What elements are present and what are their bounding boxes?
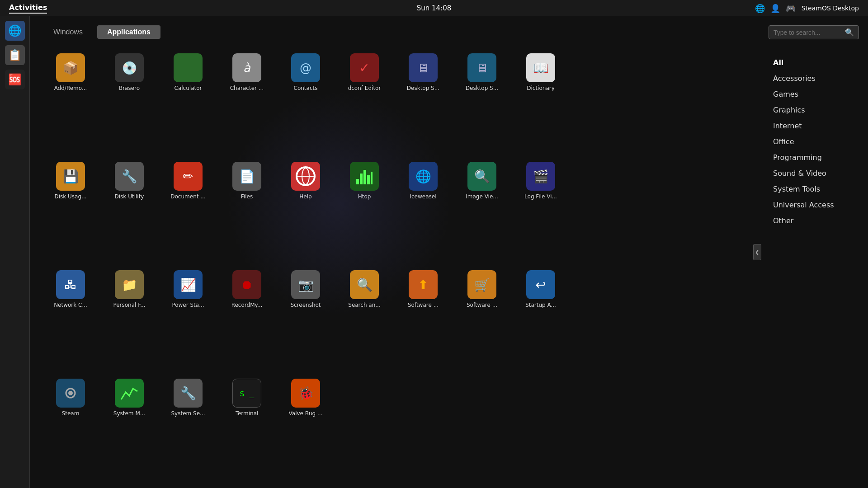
app-item-imageviewer[interactable]: 🔍Image Vie... [455, 158, 509, 262]
steamos-icon: 🎮 [786, 4, 795, 13]
app-label-personalf: Personal F... [113, 302, 145, 308]
category-item-system-tools[interactable]: System Tools [769, 182, 859, 196]
category-list: AllAccessoriesGamesGraphicsInternetOffic… [769, 56, 859, 228]
app-item-valvebug[interactable]: 🐞Valve Bug ... [278, 375, 333, 479]
app-item-software[interactable]: ⬆Software ... [396, 267, 450, 371]
app-item-systemm[interactable]: System M... [102, 375, 156, 479]
app-item-searchand[interactable]: 🔍Search an... [337, 267, 392, 371]
app-label-powersta: Power Sta... [172, 302, 204, 308]
category-item-games[interactable]: Games [769, 87, 859, 101]
app-item-files[interactable]: 📄Files [220, 158, 274, 262]
app-item-brasero[interactable]: 💿Brasero [102, 50, 156, 154]
app-item-document[interactable]: ✏Document ... [161, 158, 215, 262]
tab-bar: Windows Applications [43, 25, 746, 39]
app-icon-networkconfig: 🖧 [56, 270, 85, 299]
app-item-logfile[interactable]: 🎬Log File Vi... [514, 158, 568, 262]
app-icon-help [291, 162, 320, 191]
app-item-steam[interactable]: Steam [43, 375, 98, 479]
app-item-screenshot[interactable]: 📷Screenshot [278, 267, 333, 371]
app-item-diskutility[interactable]: 🔧Disk Utility [102, 158, 156, 262]
app-item-systemse[interactable]: 🔧System Se... [161, 375, 215, 479]
app-item-addremove[interactable]: 📦Add/Remo... [43, 50, 98, 154]
app-item-diskusage[interactable]: 💾Disk Usag... [43, 158, 98, 262]
app-item-startupa[interactable]: ↩Startup A... [514, 267, 568, 371]
app-item-help[interactable]: Help [278, 158, 333, 262]
app-label-help: Help [299, 193, 311, 200]
app-label-screenshot: Screenshot [290, 302, 321, 308]
app-label-calculator: Calculator [175, 85, 202, 91]
app-label-dictionary: Dictionary [527, 85, 555, 91]
network-status-icon: 🌐 [755, 4, 764, 13]
app-item-iceweasel[interactable]: 🌐Iceweasel [396, 158, 450, 262]
app-item-recordmy[interactable]: ⏺RecordMy... [220, 267, 274, 371]
app-label-terminal: Terminal [236, 410, 259, 417]
app-item-contacts[interactable]: @Contacts [278, 50, 333, 154]
app-label-searchand: Search an... [348, 302, 380, 308]
app-label-dconf: dconf Editor [348, 85, 381, 91]
app-icon-startupa: ↩ [526, 270, 555, 299]
app-item-networkconfig[interactable]: 🖧Network C... [43, 267, 98, 371]
app-icon-dictionary: 📖 [526, 53, 555, 82]
app-item-dictionary[interactable]: 📖Dictionary [514, 50, 568, 154]
app-label-document: Document ... [170, 193, 205, 200]
app-item-desktops[interactable]: 🖥Desktop S... [396, 50, 450, 154]
category-item-other[interactable]: Other [769, 214, 859, 228]
app-label-valvebug: Valve Bug ... [289, 410, 323, 417]
app-icon-brasero: 💿 [115, 53, 144, 82]
sidebar-icon-lifesaver[interactable]: 🆘 [5, 70, 25, 89]
app-label-logfile: Log File Vi... [524, 193, 557, 200]
collapse-button[interactable]: ❮ [753, 244, 761, 260]
app-icon-software2: 🛒 [467, 270, 496, 299]
app-item-terminal[interactable]: $ _Terminal [220, 375, 274, 479]
category-item-internet[interactable]: Internet [769, 119, 859, 133]
app-icon-character: à [232, 53, 261, 82]
svg-rect-4 [356, 179, 359, 184]
app-icon-desktops2: 🖥 [467, 53, 496, 82]
tab-windows[interactable]: Windows [43, 25, 93, 39]
app-label-systemm: System M... [113, 410, 145, 417]
app-label-contacts: Contacts [294, 85, 318, 91]
category-item-graphics[interactable]: Graphics [769, 103, 859, 117]
app-label-addremove: Add/Remo... [54, 85, 87, 91]
topbar-right: 🌐 👤 🎮 SteamOS Desktop [755, 4, 859, 13]
category-item-sound-video[interactable]: Sound & Video [769, 166, 859, 180]
app-item-personalf[interactable]: 📁Personal F... [102, 267, 156, 371]
category-item-accessories[interactable]: Accessories [769, 71, 859, 85]
app-item-calculator[interactable]: Calculator [161, 50, 215, 154]
main-area: 🌐 📋 🆘 Windows Applications 📦Add/Remo...💿… [0, 16, 868, 488]
tab-applications[interactable]: Applications [97, 25, 160, 39]
search-icon: 🔍 [845, 28, 854, 37]
app-item-powersta[interactable]: 📈Power Sta... [161, 267, 215, 371]
sidebar-icon-doc[interactable]: 📋 [5, 45, 25, 65]
app-item-htop[interactable]: Htop [337, 158, 392, 262]
app-label-htop: Htop [358, 193, 371, 200]
sidebar-icon-globe[interactable]: 🌐 [5, 21, 25, 41]
app-icon-iceweasel: 🌐 [409, 162, 438, 191]
app-label-files: Files [241, 193, 253, 200]
search-input[interactable] [774, 29, 845, 36]
left-sidebar: 🌐 📋 🆘 [0, 16, 30, 488]
app-icon-document: ✏ [174, 162, 203, 191]
app-label-software2: Software ... [467, 302, 497, 308]
app-icon-terminal: $ _ [232, 379, 261, 408]
app-icon-calculator [174, 53, 203, 82]
category-item-all[interactable]: All [769, 56, 859, 70]
app-icon-diskusage: 💾 [56, 162, 85, 191]
app-label-software: Software ... [408, 302, 439, 308]
category-item-office[interactable]: Office [769, 135, 859, 149]
app-item-character[interactable]: àCharacter ... [220, 50, 274, 154]
app-item-software2[interactable]: 🛒Software ... [455, 267, 509, 371]
app-item-dconf[interactable]: ✓dconf Editor [337, 50, 392, 154]
app-icon-desktops: 🖥 [409, 53, 438, 82]
app-icon-addremove: 📦 [56, 53, 85, 82]
app-icon-systemm [115, 379, 144, 408]
apps-grid: 📦Add/Remo...💿BraseroCalculatoràCharacter… [43, 50, 746, 479]
app-icon-software: ⬆ [409, 270, 438, 299]
app-icon-contacts: @ [291, 53, 320, 82]
category-item-universal-access[interactable]: Universal Access [769, 198, 859, 212]
category-item-programming[interactable]: Programming [769, 150, 859, 164]
app-label-character: Character ... [230, 85, 264, 91]
app-icon-steam [56, 379, 85, 408]
app-item-desktops2[interactable]: 🖥Desktop S... [455, 50, 509, 154]
activities-label[interactable]: Activities [9, 3, 47, 14]
